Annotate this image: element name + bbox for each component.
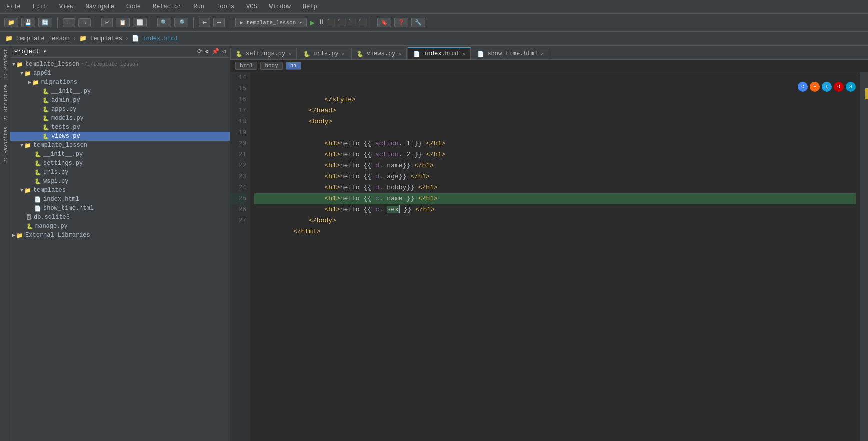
ln-20: 20 xyxy=(230,138,246,150)
tree-wsgi-py[interactable]: 🐍 wsgi.py xyxy=(10,177,230,186)
chrome-icon[interactable]: C xyxy=(798,82,808,92)
breadcrumb-body[interactable]: body xyxy=(260,62,282,70)
tree-show-time-html[interactable]: 📄 show_time.html xyxy=(10,204,230,213)
tree-settings-py[interactable]: 🐍 settings.py xyxy=(10,159,230,168)
tree-root[interactable]: ▼ 📁 template_lesson ~/…/template_lesson xyxy=(10,60,230,69)
menu-vcs[interactable]: VCS xyxy=(244,2,259,12)
step-btn[interactable]: ⬛ xyxy=(348,18,356,27)
breadcrumb-file[interactable]: index.html xyxy=(142,36,178,42)
copy-btn[interactable]: ✂ xyxy=(101,18,113,28)
separator-6 xyxy=(372,18,372,28)
tree-models-py[interactable]: 🐍 models.py xyxy=(10,114,230,123)
back-btn[interactable]: ← xyxy=(63,18,75,28)
firefox-icon[interactable]: F xyxy=(810,82,820,92)
menu-help[interactable]: Help xyxy=(301,2,319,12)
tree-init-py-1[interactable]: 🐍 __init__.py xyxy=(10,87,230,96)
ln-17: 17 xyxy=(230,106,246,116)
editor-tabs: 🐍 settings.py ✕ 🐍 urls.py ✕ 🐍 views.py ✕… xyxy=(230,46,868,60)
tree-init-py-2[interactable]: 🐍 __init__.py xyxy=(10,150,230,159)
breadcrumb-html[interactable]: html xyxy=(235,62,257,70)
tab-views[interactable]: 🐍 views.py ✕ xyxy=(351,48,407,60)
ie-icon[interactable]: I xyxy=(822,82,832,92)
debug-btn[interactable]: ⏸ xyxy=(318,18,325,27)
settings-tab-close[interactable]: ✕ xyxy=(288,51,291,57)
tree-external-libraries[interactable]: ▶ 📁 External Libraries xyxy=(10,231,230,240)
menu-tools[interactable]: Tools xyxy=(214,2,236,12)
run-button[interactable]: ▶ xyxy=(310,18,315,28)
code-line-18 xyxy=(254,116,856,128)
paste-btn[interactable]: 📋 xyxy=(116,18,130,28)
breadcrumb-project[interactable]: template_lesson xyxy=(16,36,70,42)
profile-btn[interactable]: ⬛ xyxy=(337,18,346,27)
menu-window[interactable]: Window xyxy=(267,2,293,12)
refresh-btn[interactable]: 🔄 xyxy=(38,18,52,28)
tree-index-html[interactable]: 📄 index.html xyxy=(10,195,230,204)
breadcrumb-templates[interactable]: templates xyxy=(90,36,122,42)
opera-icon[interactable]: O xyxy=(834,82,844,92)
urls-tab-icon: 🐍 xyxy=(303,51,310,58)
run-config-selector[interactable]: ▶ template_lesson ▾ xyxy=(235,18,307,28)
copy2-btn[interactable]: ⬜ xyxy=(133,18,147,28)
menu-bar: File Edit View Navigate Code Refactor Ru… xyxy=(0,0,868,14)
menu-run[interactable]: Run xyxy=(191,2,206,12)
menu-navigate[interactable]: Navigate xyxy=(83,2,116,12)
bookmark-btn[interactable]: 🔖 xyxy=(377,18,391,28)
settings-tab-label: settings.py xyxy=(246,50,285,58)
tab-index-html[interactable]: 📄 index.html ✕ xyxy=(408,48,471,60)
find-btn[interactable]: 🔍 xyxy=(157,18,171,28)
tree-apps-py[interactable]: 🐍 apps.py xyxy=(10,105,230,114)
editor-scrollbar[interactable] xyxy=(860,72,868,441)
tree-templates-folder[interactable]: ▼ 📁 templates xyxy=(10,186,230,195)
structure-label[interactable]: 2: Structure xyxy=(0,82,10,124)
code-line-15: </style> xyxy=(254,84,856,94)
sidebar-sync-btn[interactable]: ⟳ xyxy=(197,48,202,56)
show-time-tab-close[interactable]: ✕ xyxy=(541,51,544,57)
save-btn[interactable]: 💾 xyxy=(21,18,35,28)
ln-25: 25 xyxy=(230,194,246,204)
replace-btn[interactable]: 🔎 xyxy=(174,18,188,28)
forward-btn[interactable]: → xyxy=(78,18,91,28)
tree-manage-py[interactable]: 🐍 manage.py xyxy=(10,222,230,231)
tree-db-sqlite3[interactable]: 🗄 db.sqlite3 xyxy=(10,213,230,222)
tree-urls-py[interactable]: 🐍 urls.py xyxy=(10,168,230,177)
database-btn[interactable]: 🔧 xyxy=(411,18,425,28)
project-label[interactable]: 1: Project xyxy=(0,46,10,82)
question-btn[interactable]: ❓ xyxy=(394,18,408,28)
tree-admin-py[interactable]: 🐍 admin.py xyxy=(10,96,230,105)
breadcrumb-file-icon: 📄 xyxy=(132,35,139,42)
menu-file[interactable]: File xyxy=(4,2,23,12)
left-vertical-bar: 1: Project 2: Structure 2: Favorites xyxy=(0,46,10,441)
tab-urls[interactable]: 🐍 urls.py ✕ xyxy=(298,48,350,60)
sidebar-pin-btn[interactable]: 📌 xyxy=(212,48,219,56)
breadcrumb-h1[interactable]: h1 xyxy=(286,62,301,70)
nav-forward-btn[interactable]: ➡ xyxy=(213,18,225,28)
index-tab-close[interactable]: ✕ xyxy=(462,51,465,57)
menu-code[interactable]: Code xyxy=(124,2,143,12)
safari-icon[interactable]: S xyxy=(846,82,856,92)
ln-14: 14 xyxy=(230,72,246,84)
sidebar-tab-project[interactable]: Project ▾ xyxy=(14,48,47,56)
tab-show-time[interactable]: 📄 show_time.html ✕ xyxy=(472,48,549,60)
tree-tests-py[interactable]: 🐍 tests.py xyxy=(10,123,230,132)
sidebar-settings-btn[interactable]: ⚙ xyxy=(205,48,209,56)
menu-edit[interactable]: Edit xyxy=(31,2,49,12)
views-tab-label: views.py xyxy=(367,50,396,58)
ln-24: 24 xyxy=(230,182,246,194)
code-line-19: <h1>hello {{ action. 1 }} </h1> xyxy=(254,128,856,138)
tab-settings[interactable]: 🐍 settings.py ✕ xyxy=(230,48,297,60)
code-content[interactable]: </style> </head> <body> <h1>hello {{ act… xyxy=(250,72,860,441)
menu-view[interactable]: View xyxy=(57,2,76,12)
stop-btn[interactable]: ⬛ xyxy=(358,18,367,27)
favorites-label[interactable]: 2: Favorites xyxy=(0,124,10,166)
nav-back-btn[interactable]: ⬅ xyxy=(199,18,210,28)
tree-migrations[interactable]: ▶ 📁 migrations xyxy=(10,78,230,87)
urls-tab-close[interactable]: ✕ xyxy=(342,51,345,57)
sidebar-hide-btn[interactable]: ◁ xyxy=(222,48,226,56)
tree-app01[interactable]: ▼ 📁 app01 xyxy=(10,69,230,78)
tree-views-py[interactable]: 🐍 views.py xyxy=(10,132,230,141)
views-tab-close[interactable]: ✕ xyxy=(398,51,401,57)
coverage-btn[interactable]: ⬛ xyxy=(327,18,335,27)
open-folder-btn[interactable]: 📁 xyxy=(4,18,18,28)
menu-refactor[interactable]: Refactor xyxy=(151,2,184,12)
tree-template-lesson-sub[interactable]: ▼ 📁 template_lesson xyxy=(10,141,230,150)
